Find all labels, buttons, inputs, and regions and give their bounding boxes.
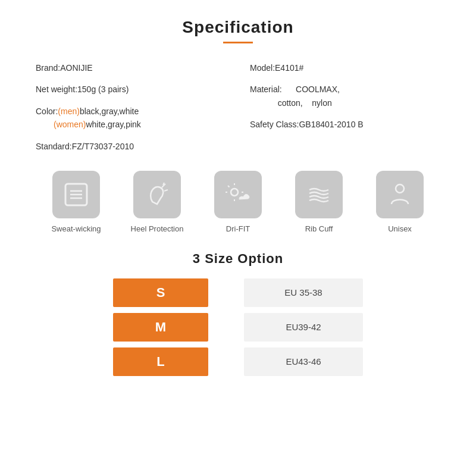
spec-weight: Net weight:150g (3 pairs) — [36, 83, 226, 96]
svg-point-7 — [231, 189, 238, 196]
size-button-m[interactable]: M — [113, 313, 208, 342]
features-section: Sweat-wicking Heel Protection — [36, 171, 440, 233]
unisex-icon-bg — [376, 171, 424, 218]
size-button-l[interactable]: L — [113, 347, 208, 376]
spec-model: Model:E4101# — [250, 61, 440, 74]
size-section-title: 3 Size Option — [36, 251, 440, 267]
size-range-l: EU43-46 — [244, 347, 363, 376]
sweat-wicking-icon-bg — [52, 171, 100, 218]
spec-safety: Safety Class:GB18401-2010 B — [250, 118, 440, 131]
title-section: Specification — [36, 18, 440, 43]
dri-fit-icon-bg — [214, 171, 262, 218]
feature-sweat-wicking: Sweat-wicking — [43, 171, 109, 233]
title-underline — [223, 42, 253, 43]
dri-fit-label: Dri-FIT — [226, 224, 250, 233]
rib-cuff-label: Rib Cuff — [305, 224, 333, 233]
spec-brand: Brand:AONIJIE — [36, 61, 226, 74]
svg-line-12 — [228, 186, 230, 187]
sweat-wicking-icon — [61, 179, 92, 210]
spec-color: Color:(men)black,gray,white (women)white… — [36, 105, 226, 131]
size-row-m: M EU39-42 — [113, 313, 363, 342]
rib-cuff-icon-bg — [295, 171, 343, 218]
size-row-s: S EU 35-38 — [113, 278, 363, 307]
unisex-label: Unisex — [388, 224, 412, 233]
dri-fit-icon — [223, 179, 253, 210]
size-button-s[interactable]: S — [113, 278, 208, 307]
svg-point-14 — [396, 184, 404, 193]
specs-section: Brand:AONIJIE Net weight:150g (3 pairs) … — [36, 61, 440, 153]
heel-protection-label: Heel Protection — [131, 224, 184, 233]
heel-protection-icon-bg — [133, 171, 181, 218]
specs-right: Model:E4101# Material: COOLMAX, cotton, … — [250, 61, 440, 153]
size-row-l: L EU43-46 — [113, 347, 363, 376]
feature-rib-cuff: Rib Cuff — [286, 171, 352, 233]
feature-unisex: Unisex — [367, 171, 433, 233]
size-range-m: EU39-42 — [244, 313, 363, 342]
size-rows: S EU 35-38 M EU39-42 L EU43-46 — [36, 278, 440, 376]
heel-protection-icon — [142, 179, 173, 210]
sweat-wicking-label: Sweat-wicking — [51, 224, 101, 233]
spec-standard: Standard:FZ/T73037-2010 — [36, 140, 226, 153]
specs-left: Brand:AONIJIE Net weight:150g (3 pairs) … — [36, 61, 226, 153]
page-container: Specification Brand:AONIJIE Net weight:1… — [0, 0, 476, 394]
size-section: 3 Size Option S EU 35-38 M EU39-42 L EU4… — [36, 251, 440, 376]
size-range-s: EU 35-38 — [244, 278, 363, 307]
unisex-icon — [384, 179, 415, 210]
feature-heel-protection: Heel Protection — [124, 171, 190, 233]
feature-dri-fit: Dri-FIT — [205, 171, 271, 233]
svg-line-5 — [164, 190, 168, 191]
rib-cuff-icon — [303, 179, 334, 210]
spec-material: Material: COOLMAX, cotton, nylon — [250, 83, 440, 109]
page-title: Specification — [36, 18, 440, 37]
